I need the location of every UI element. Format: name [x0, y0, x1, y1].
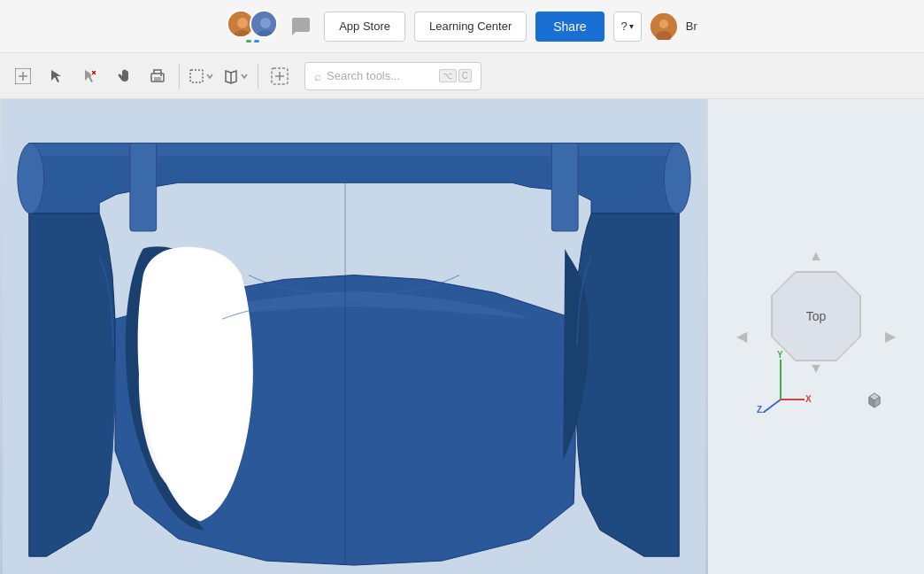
app-store-button[interactable]: App Store: [324, 12, 405, 42]
svg-point-1: [237, 18, 248, 28]
svg-point-17: [160, 74, 162, 76]
3d-viewport[interactable]: [0, 99, 708, 574]
toolbar-separator-1: [179, 64, 180, 89]
avatar-user2[interactable]: [250, 10, 278, 38]
learning-center-button[interactable]: Learning Center: [414, 12, 527, 42]
nav-left-arrow[interactable]: ◀: [736, 328, 747, 345]
svg-text:Y: Y: [777, 351, 783, 360]
svg-text:Top: Top: [806, 309, 827, 323]
export-tool-button[interactable]: [142, 60, 173, 92]
top-bar: App Store Learning Center Share ? ▾ Br: [0, 0, 924, 53]
svg-rect-16: [154, 77, 161, 81]
nav-cube-wrapper: ▲ ◀ ▶ Top ▼ Z: [736, 248, 896, 425]
help-icon: ?: [621, 19, 628, 33]
search-tools-field[interactable]: ⌕ Search tools... ⌥ C: [304, 62, 481, 90]
axis-display: Z Y X: [750, 351, 812, 416]
remove-tool-button[interactable]: [74, 60, 106, 92]
collaborator-avatars: [227, 10, 278, 43]
svg-point-7: [659, 19, 668, 28]
search-shortcut: ⌥ C: [439, 69, 472, 82]
user-avatar[interactable]: [651, 13, 677, 40]
option-key: ⌥: [439, 69, 457, 82]
search-tools-label: Search tools...: [327, 69, 434, 82]
help-dropdown-arrow: ▾: [629, 21, 634, 31]
pan-tool-button[interactable]: [108, 60, 140, 92]
svg-point-30: [18, 144, 44, 213]
svg-text:X: X: [805, 394, 812, 404]
nav-up-arrow[interactable]: ▲: [809, 248, 823, 264]
user-name-label: Br: [686, 19, 697, 33]
3d-model: [0, 99, 708, 574]
view-tool-group[interactable]: [219, 60, 252, 92]
shape-tool-group[interactable]: [185, 60, 218, 92]
svg-rect-18: [190, 70, 203, 82]
main-toolbar: ⌕ Search tools... ⌥ C: [0, 53, 924, 99]
crosshair-tool-button[interactable]: [264, 60, 296, 92]
nav-right-arrow[interactable]: ▶: [885, 328, 896, 345]
arrow-tool-button[interactable]: [41, 60, 73, 92]
presence-indicators: [246, 40, 259, 43]
svg-rect-28: [130, 144, 157, 231]
c-key: C: [458, 69, 472, 82]
online-indicator-2: [254, 40, 259, 43]
view-cube-icon[interactable]: [862, 388, 887, 416]
nav-cube-area: ▲ ◀ ▶ Top ▼ Z: [708, 99, 924, 574]
svg-point-4: [260, 18, 271, 28]
svg-text:Z: Z: [757, 405, 762, 413]
online-indicator-1: [246, 40, 251, 43]
search-icon: ⌕: [314, 69, 321, 83]
svg-rect-29: [551, 144, 578, 231]
svg-line-38: [763, 399, 781, 413]
svg-point-31: [664, 144, 690, 213]
toolbar-separator-2: [258, 64, 258, 89]
share-button[interactable]: Share: [535, 12, 604, 42]
select-tool-button[interactable]: [7, 60, 39, 92]
chat-button[interactable]: [287, 12, 315, 41]
help-button[interactable]: ? ▾: [613, 12, 642, 42]
